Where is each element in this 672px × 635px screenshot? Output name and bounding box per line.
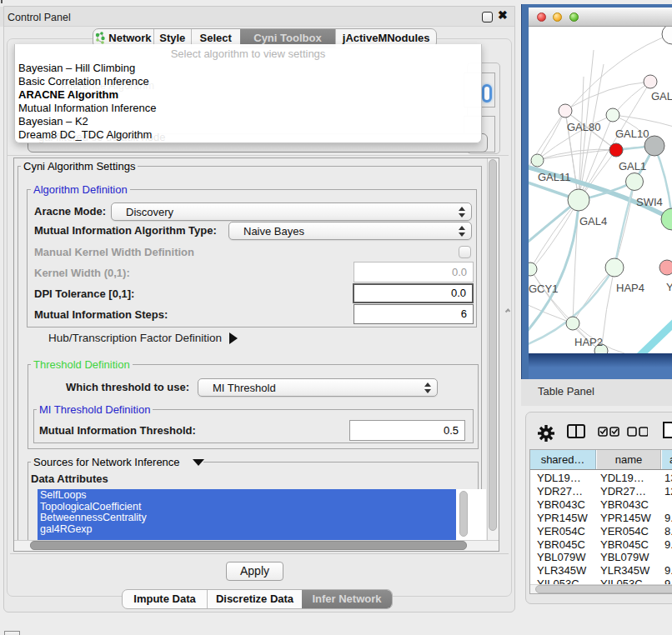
svg-text:HAP4: HAP4	[616, 282, 644, 294]
svg-text:GCY1: GCY1	[529, 282, 558, 295]
svg-text:GAL80: GAL80	[567, 121, 600, 133]
svg-text:GAL1: GAL1	[619, 160, 646, 172]
svg-text:GAL7: GAL7	[651, 90, 672, 102]
svg-text:GAL4: GAL4	[579, 215, 607, 228]
svg-text:GAL10: GAL10	[615, 128, 649, 140]
svg-text:SWI4: SWI4	[636, 196, 663, 208]
svg-text:Y: Y	[666, 281, 672, 293]
svg-text:HAP2: HAP2	[574, 336, 603, 348]
svg-text:GAL11: GAL11	[538, 171, 571, 183]
